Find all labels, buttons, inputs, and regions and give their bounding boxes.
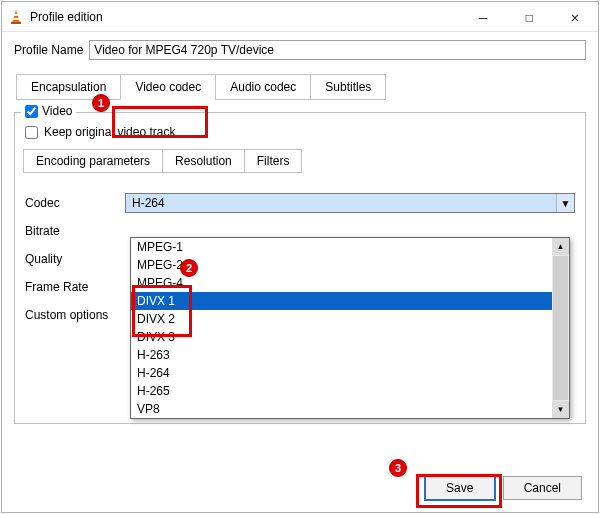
subtab-filters[interactable]: Filters xyxy=(244,149,303,173)
scroll-thumb[interactable] xyxy=(553,256,568,400)
save-button[interactable]: Save xyxy=(425,476,495,500)
option-vp8[interactable]: VP8 xyxy=(131,400,552,418)
video-checkbox-label: Video xyxy=(42,104,72,118)
svg-rect-2 xyxy=(13,18,19,20)
scroll-up-icon[interactable]: ▲ xyxy=(552,238,569,255)
profile-name-label: Profile Name xyxy=(14,43,83,57)
framerate-label: Frame Rate xyxy=(25,280,125,294)
keep-original-label: Keep original video track xyxy=(44,125,175,139)
window: Profile edition — ☐ ✕ Profile Name Encap… xyxy=(1,1,599,513)
dropdown-scrollbar[interactable]: ▲ ▼ xyxy=(552,238,569,418)
window-title: Profile edition xyxy=(30,10,103,24)
option-mpeg4[interactable]: MPEG-4 xyxy=(131,274,552,292)
option-mpeg2[interactable]: MPEG-2 xyxy=(131,256,552,274)
option-mpeg1[interactable]: MPEG-1 xyxy=(131,238,552,256)
option-divx2[interactable]: DIVX 2 xyxy=(131,310,552,328)
subtab-encoding[interactable]: Encoding parameters xyxy=(23,149,162,173)
codec-combo[interactable]: H-264 ▼ xyxy=(125,193,575,213)
profile-name-input[interactable] xyxy=(89,40,586,60)
option-h263[interactable]: H-263 xyxy=(131,346,552,364)
tab-video-codec[interactable]: Video codec xyxy=(120,74,215,100)
profile-name-row: Profile Name xyxy=(14,40,586,60)
quality-label: Quality xyxy=(25,252,125,266)
svg-marker-0 xyxy=(12,10,20,23)
footer: Save Cancel xyxy=(2,466,598,512)
video-group-legend: Video xyxy=(21,104,76,118)
subtab-resolution[interactable]: Resolution xyxy=(162,149,244,173)
custom-label: Custom options xyxy=(25,308,125,322)
window-buttons: — ☐ ✕ xyxy=(460,2,598,32)
scroll-down-icon[interactable]: ▼ xyxy=(552,401,569,418)
option-divx1[interactable]: DIVX 1 xyxy=(131,292,552,310)
chevron-down-icon[interactable]: ▼ xyxy=(556,194,574,212)
dropdown-items: MPEG-1 MPEG-2 MPEG-4 DIVX 1 DIVX 2 DIVX … xyxy=(131,238,552,418)
maximize-button[interactable]: ☐ xyxy=(506,2,552,32)
codec-row: Codec H-264 ▼ xyxy=(25,189,575,217)
tab-audio-codec[interactable]: Audio codec xyxy=(215,74,310,100)
sub-tabs: Encoding parameters Resolution Filters xyxy=(23,149,575,173)
codec-label: Codec xyxy=(25,196,125,210)
svg-rect-3 xyxy=(11,22,21,24)
codec-combo-text: H-264 xyxy=(126,194,556,212)
keep-original-row: Keep original video track xyxy=(25,125,575,139)
video-checkbox[interactable] xyxy=(25,105,38,118)
minimize-button[interactable]: — xyxy=(460,2,506,32)
vlc-cone-icon xyxy=(8,9,24,25)
option-h265[interactable]: H-265 xyxy=(131,382,552,400)
titlebar: Profile edition — ☐ ✕ xyxy=(2,2,598,32)
codec-dropdown: MPEG-1 MPEG-2 MPEG-4 DIVX 1 DIVX 2 DIVX … xyxy=(130,237,570,419)
bitrate-label: Bitrate xyxy=(25,224,125,238)
keep-original-checkbox[interactable] xyxy=(25,126,38,139)
close-button[interactable]: ✕ xyxy=(552,2,598,32)
option-h264[interactable]: H-264 xyxy=(131,364,552,382)
tab-subtitles[interactable]: Subtitles xyxy=(310,74,386,100)
option-divx3[interactable]: DIVX 3 xyxy=(131,328,552,346)
cancel-button[interactable]: Cancel xyxy=(503,476,582,500)
svg-rect-1 xyxy=(14,14,19,16)
content-area: Profile Name Encapsulation Video codec A… xyxy=(2,32,598,466)
tab-encapsulation[interactable]: Encapsulation xyxy=(16,74,120,100)
main-tabs: Encapsulation Video codec Audio codec Su… xyxy=(16,74,586,100)
